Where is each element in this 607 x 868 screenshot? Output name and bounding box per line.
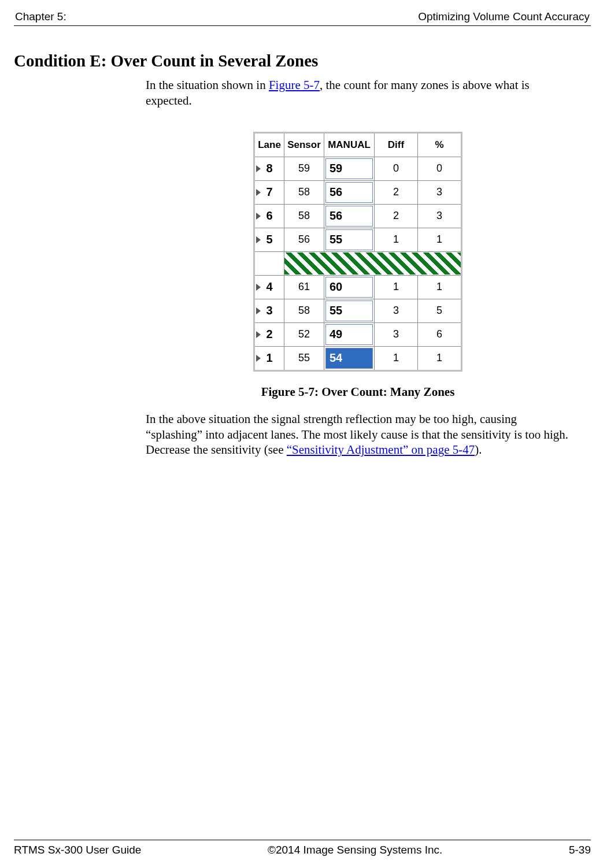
table-row: 1555411 <box>254 346 462 370</box>
manual-cell[interactable]: 59 <box>324 157 375 180</box>
manual-cell[interactable]: 56 <box>324 180 375 204</box>
sensor-cell: 55 <box>284 346 324 370</box>
sensor-cell: 56 <box>284 228 324 251</box>
lane-marker-icon <box>256 331 261 338</box>
pct-cell: 1 <box>418 228 462 251</box>
median-lane-cell <box>254 251 284 275</box>
footer-center: ©2014 Image Sensing Systems Inc. <box>268 844 442 856</box>
table-header-row: Lane Sensor MANUAL Diff % <box>254 132 462 157</box>
col-manual: MANUAL <box>324 132 375 157</box>
diff-cell: 3 <box>375 299 418 322</box>
table-row: 4616011 <box>254 275 462 299</box>
figure-5-7-link[interactable]: Figure 5-7 <box>269 78 320 92</box>
manual-value[interactable]: 56 <box>325 182 373 203</box>
manual-cell[interactable]: 56 <box>324 204 375 228</box>
lane-number: 2 <box>266 328 272 340</box>
lane-cell: 2 <box>254 322 284 346</box>
manual-cell[interactable]: 54 <box>324 346 375 370</box>
col-lane: Lane <box>254 132 284 157</box>
page-footer: RTMS Sx-300 User Guide ©2014 Image Sensi… <box>14 840 591 856</box>
pct-cell: 1 <box>418 275 462 299</box>
col-pct: % <box>418 132 462 157</box>
manual-value[interactable]: 60 <box>325 277 373 298</box>
sensor-cell: 52 <box>284 322 324 346</box>
footer-left: RTMS Sx-300 User Guide <box>14 844 141 856</box>
sensor-cell: 59 <box>284 157 324 180</box>
manual-value[interactable]: 55 <box>325 229 373 250</box>
manual-cell[interactable]: 49 <box>324 322 375 346</box>
diff-cell: 1 <box>375 275 418 299</box>
table-row: 5565511 <box>254 228 462 251</box>
diff-cell: 1 <box>375 346 418 370</box>
lane-marker-icon <box>256 165 261 172</box>
lane-number: 1 <box>266 351 272 364</box>
lane-number: 3 <box>266 304 272 317</box>
pct-cell: 0 <box>418 157 462 180</box>
lane-number: 5 <box>266 233 272 246</box>
diff-cell: 2 <box>375 204 418 228</box>
col-sensor: Sensor <box>284 132 324 157</box>
lane-cell: 3 <box>254 299 284 322</box>
lane-marker-icon <box>256 189 261 196</box>
lane-count-table: Lane Sensor MANUAL Diff % 85959007585623… <box>253 132 462 372</box>
diff-cell: 3 <box>375 322 418 346</box>
sensor-cell: 58 <box>284 299 324 322</box>
figure-caption: Figure 5-7: Over Count: Many Zones <box>146 384 570 400</box>
lane-marker-icon <box>256 284 261 291</box>
manual-value[interactable]: 49 <box>325 324 373 345</box>
median-hatch <box>284 251 462 275</box>
lane-cell: 5 <box>254 228 284 251</box>
lane-cell: 1 <box>254 346 284 370</box>
lane-marker-icon <box>256 307 261 314</box>
table-row: 2524936 <box>254 322 462 346</box>
footer-right: 5-39 <box>569 844 591 856</box>
lane-cell: 6 <box>254 204 284 228</box>
figure-5-7: Lane Sensor MANUAL Diff % 85959007585623… <box>146 132 570 372</box>
manual-value[interactable]: 54 <box>325 348 373 369</box>
lane-cell: 8 <box>254 157 284 180</box>
pct-cell: 6 <box>418 322 462 346</box>
table-row: 8595900 <box>254 157 462 180</box>
sensor-cell: 58 <box>284 180 324 204</box>
lane-marker-icon <box>256 355 261 362</box>
diff-cell: 0 <box>375 157 418 180</box>
manual-value[interactable]: 55 <box>325 301 373 321</box>
explanation-paragraph: In the above situation the signal streng… <box>146 411 570 458</box>
pct-cell: 3 <box>418 180 462 204</box>
manual-cell[interactable]: 55 <box>324 228 375 251</box>
lane-number: 4 <box>266 280 272 293</box>
lane-marker-icon <box>256 213 261 220</box>
lane-cell: 4 <box>254 275 284 299</box>
pct-cell: 1 <box>418 346 462 370</box>
sensitivity-adjustment-link[interactable]: “Sensitivity Adjustment” on page 5-47 <box>287 443 475 457</box>
median-row <box>254 251 462 275</box>
col-diff: Diff <box>375 132 418 157</box>
lane-number: 8 <box>266 162 272 175</box>
table-row: 7585623 <box>254 180 462 204</box>
manual-cell[interactable]: 60 <box>324 275 375 299</box>
lane-cell: 7 <box>254 180 284 204</box>
pct-cell: 5 <box>418 299 462 322</box>
lane-number: 7 <box>266 186 272 198</box>
page-header: Chapter 5: Optimizing Volume Count Accur… <box>14 10 591 26</box>
intro-pre: In the situation shown in <box>146 78 269 92</box>
header-left: Chapter 5: <box>15 10 66 23</box>
lane-marker-icon <box>256 236 261 243</box>
section-heading: Condition E: Over Count in Several Zones <box>14 51 591 71</box>
sensor-cell: 61 <box>284 275 324 299</box>
diff-cell: 1 <box>375 228 418 251</box>
manual-value[interactable]: 59 <box>325 158 373 179</box>
table-row: 6585623 <box>254 204 462 228</box>
intro-paragraph: In the situation shown in Figure 5-7, th… <box>146 77 570 109</box>
header-right: Optimizing Volume Count Accuracy <box>418 10 590 23</box>
para2-post: ). <box>475 443 482 457</box>
table-row: 3585535 <box>254 299 462 322</box>
manual-value[interactable]: 56 <box>325 206 373 227</box>
diff-cell: 2 <box>375 180 418 204</box>
sensor-cell: 58 <box>284 204 324 228</box>
lane-number: 6 <box>266 209 272 222</box>
pct-cell: 3 <box>418 204 462 228</box>
manual-cell[interactable]: 55 <box>324 299 375 322</box>
